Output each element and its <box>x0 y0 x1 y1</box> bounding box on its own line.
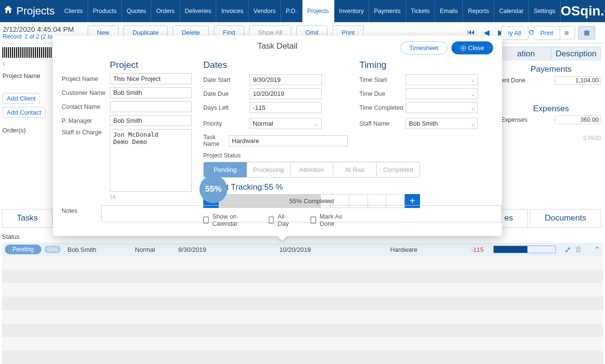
ly-all-button[interactable]: ly All <box>501 26 528 40</box>
task-row-empty <box>2 351 603 364</box>
add-client-button[interactable]: Add Client <box>2 93 40 104</box>
row-task: Hardware <box>390 246 458 253</box>
small-count-14: 14 <box>110 195 192 200</box>
customer-name-input[interactable] <box>110 87 192 98</box>
priority-select[interactable] <box>250 118 322 129</box>
time-completed-label: Time Completed <box>359 104 406 111</box>
task-row-empty <box>2 297 603 310</box>
nav-projects[interactable]: Projects <box>302 0 334 22</box>
barcode <box>2 47 53 58</box>
payments-title: Payements <box>501 65 601 74</box>
orders-label: Order(s) <box>2 127 55 134</box>
contact-name-label: Contact Name <box>62 104 110 110</box>
status-pending[interactable]: Pending <box>204 162 247 177</box>
nav-calendar[interactable]: Calendar <box>494 0 529 22</box>
project-name-input[interactable] <box>110 73 192 84</box>
notes-textarea[interactable] <box>101 205 502 222</box>
staff-in-charge-label: Staff in Charge <box>62 129 110 136</box>
nav-po[interactable]: P.O. <box>281 0 302 22</box>
priority-label: Priority <box>203 120 250 127</box>
status-attention[interactable]: Attention <box>290 162 334 177</box>
task-name-input[interactable] <box>229 135 348 146</box>
date-due-label: Date Due <box>203 91 250 97</box>
days-left-input[interactable] <box>250 102 322 113</box>
task-row-empty <box>2 337 603 351</box>
time-start-input[interactable] <box>406 74 478 85</box>
nav-reports[interactable]: Reports <box>463 0 494 22</box>
col-header-ation: ation <box>501 47 551 61</box>
workspace: 9 Project Name Add Client Add Contact Or… <box>0 43 605 364</box>
row-collapse-icon[interactable]: ⌃ <box>594 246 600 253</box>
project-section: Project Project Name Customer Name Conta… <box>62 60 192 227</box>
customer-name-label: Customer Name <box>62 90 110 96</box>
nav-deliveries[interactable]: Deliveries <box>180 0 217 22</box>
timesheet-button[interactable]: Timesheet <box>400 41 447 54</box>
nav-emails[interactable]: Emails <box>435 0 463 22</box>
nav-settings[interactable]: Settings <box>529 0 561 22</box>
date-start-label: Date Start <box>203 77 250 83</box>
popover-pointer <box>277 236 287 241</box>
task-detail-title: Task Detail <box>257 41 297 51</box>
nav-products[interactable]: Products <box>88 0 122 22</box>
date-due-input[interactable] <box>250 88 322 99</box>
nav-tabs: Clients Products Quotes Orders Deliverie… <box>59 0 561 22</box>
paid-note: 0 PAID <box>501 135 601 142</box>
nav-clients[interactable]: Clients <box>59 0 88 22</box>
print-right-button[interactable]: Print <box>533 26 561 40</box>
expenses-title: Expenses <box>501 104 601 114</box>
task-row[interactable]: Pending 55% Bob Smith Normal 9/30/2019 1… <box>2 243 603 256</box>
nav-orders[interactable]: Orders <box>151 0 180 22</box>
task-row-empty <box>2 283 603 297</box>
add-contact-button[interactable]: Add Contact <box>2 107 46 118</box>
nav-invoices[interactable]: Invoices <box>216 0 249 22</box>
row-staff: Bob Smith <box>67 246 135 253</box>
ent-done-label: ent Done <box>501 77 526 84</box>
contact-name-input[interactable] <box>110 101 192 112</box>
task-row-empty <box>2 270 603 283</box>
nav-payments[interactable]: Payments <box>369 0 406 22</box>
close-button[interactable]: Close <box>451 41 493 54</box>
row-pct-pill: 55% <box>44 246 61 253</box>
tab-documents[interactable]: Documents <box>530 209 601 227</box>
task-row-empty <box>2 324 603 337</box>
tab-tasks[interactable]: Tasks <box>2 209 53 227</box>
module-title: Projects <box>16 5 54 17</box>
top-nav: Projects Clients Products Quotes Orders … <box>0 0 605 22</box>
delete-row-icon[interactable]: 🗑 <box>575 245 582 254</box>
record-id: 9 <box>2 62 55 66</box>
project-name-label: Project Name <box>2 72 55 79</box>
project-name-field-label: Project Name <box>62 76 110 82</box>
home-icon[interactable] <box>3 4 13 18</box>
date-start-input[interactable] <box>250 74 322 85</box>
days-left-label: Days Left <box>203 104 250 111</box>
percent-badge: 55% <box>199 175 227 203</box>
app-logo: OSqin.Crmom <box>561 0 605 22</box>
staff-name-select[interactable] <box>406 118 478 129</box>
dates-section-title: Dates <box>203 60 348 70</box>
status-processing[interactable]: Processing <box>247 162 290 177</box>
dates-section: Dates Date Start Date Due Days Left Prio… <box>203 60 348 227</box>
time-start-label: Time Start <box>359 77 406 83</box>
nav-tickets[interactable]: Tickets <box>406 0 435 22</box>
open-row-icon[interactable]: ⤢ <box>565 245 571 254</box>
task-detail-popover: Task Detail Timesheet Close Project Proj… <box>53 36 502 236</box>
nav-inventory[interactable]: Inventory <box>334 0 369 22</box>
timing-section-title: Timing <box>359 60 493 70</box>
time-completed-input[interactable] <box>406 102 478 113</box>
row-due: 10/20/2019 <box>279 246 390 253</box>
p-manager-input[interactable] <box>110 115 192 126</box>
expenses-label: Expenses <box>501 117 527 123</box>
staff-in-charge-input[interactable] <box>110 129 192 192</box>
expenses-value: 360.00 <box>555 116 601 124</box>
p-manager-label: P. Manager <box>62 117 110 124</box>
project-status-label: Project Status <box>203 152 250 159</box>
module-brand: Projects <box>0 0 59 22</box>
row-start: 9/30/2019 <box>178 246 279 253</box>
col-header-description: Description <box>551 47 601 61</box>
row-days: -115 <box>458 246 484 253</box>
time-due-input[interactable] <box>406 88 478 99</box>
nav-quotes[interactable]: Quotes <box>122 0 151 22</box>
nav-vendors[interactable]: Vendors <box>249 0 281 22</box>
task-list: Pending 55% Bob Smith Normal 9/30/2019 1… <box>2 243 603 364</box>
task-row-empty <box>2 310 603 324</box>
